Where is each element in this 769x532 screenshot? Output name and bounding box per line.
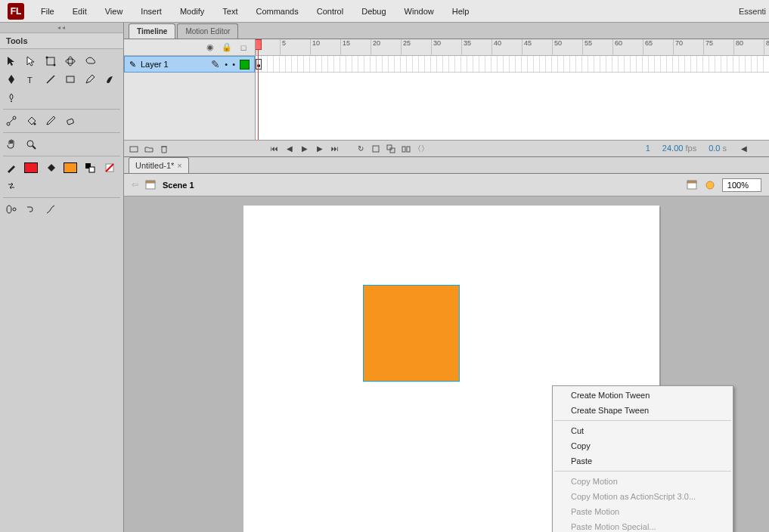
onion-skin-outlines-icon[interactable] [386,144,396,154]
selection-tool[interactable] [2,53,20,70]
zoom-tool[interactable] [22,136,40,153]
tick: 80 [733,39,743,56]
timeline-frames[interactable]: 1 5 10 15 20 25 30 35 40 45 50 55 60 65 [256,39,769,140]
fill-color[interactable] [42,159,60,176]
ctx-copy-motion-as: Copy Motion as ActionScript 3.0... [553,489,733,504]
menu-insert[interactable]: Insert [132,2,171,20]
menu-text[interactable]: Text [213,2,247,20]
swap-colors-icon[interactable] [2,178,20,194]
tools-panel-grip[interactable] [0,23,123,33]
tab-timeline[interactable]: Timeline [129,23,175,39]
document-tab[interactable]: Untitled-1* × [129,157,189,173]
svg-rect-25 [402,147,405,152]
tick: 35 [461,39,471,56]
lock-icon[interactable]: 🔒 [222,42,232,53]
edit-scene-icon[interactable] [686,179,698,191]
time-value[interactable]: 0.0 [709,144,720,153]
layer-pencil-icon: ✎ [129,60,136,70]
tab-motion-editor[interactable]: Motion Editor [177,23,238,39]
tick: 70 [673,39,683,56]
ctx-copy[interactable]: Copy [553,438,733,453]
stage-area[interactable]: Create Motion Tween Create Shape Tween C… [124,196,769,532]
rectangle-tool[interactable] [61,71,79,88]
subselection-tool[interactable] [22,53,40,70]
svg-rect-30 [687,181,696,183]
menu-debug[interactable]: Debug [352,2,395,20]
play-button[interactable]: ▶ [299,144,310,154]
edit-symbol-icon[interactable] [704,179,716,191]
layer-outline-swatch[interactable] [240,60,250,70]
modify-markers-icon[interactable]: 〈〉 [416,144,426,154]
eraser-tool[interactable] [61,113,79,129]
svg-text:T: T [27,76,33,85]
menu-control[interactable]: Control [308,2,352,20]
goto-first-button[interactable]: ⏮ [269,144,280,154]
back-arrow-icon[interactable]: ⇦ [132,180,138,190]
timeline-ruler[interactable]: 1 5 10 15 20 25 30 35 40 45 50 55 60 65 [256,39,769,56]
app-logo: FL [8,3,24,20]
goto-last-button[interactable]: ⏭ [330,144,340,154]
brush-tool[interactable] [101,71,119,88]
pencil-tool[interactable] [81,71,99,88]
close-tab-icon[interactable]: × [177,161,181,170]
menu-edit[interactable]: Edit [64,2,96,20]
outline-icon[interactable]: □ [238,42,249,53]
svg-point-2 [54,64,56,66]
tick: 85 [764,39,769,56]
free-transform-tool[interactable] [42,53,60,70]
line-tool[interactable] [42,71,60,88]
pen-tool[interactable] [2,71,20,88]
ctx-create-motion-tween[interactable]: Create Motion Tween [553,388,733,403]
paint-bucket-tool[interactable] [22,113,40,129]
straighten-icon[interactable] [42,201,60,218]
text-tool[interactable]: T [22,71,40,88]
onion-skin-icon[interactable] [371,144,381,154]
scroll-left-button[interactable]: ◀ [739,144,749,154]
menu-window[interactable]: Window [395,2,443,20]
zoom-level[interactable]: 100% [722,178,761,192]
workspace-switcher[interactable]: Essenti [739,7,769,16]
stroke-swatch[interactable] [22,159,40,176]
new-folder-button[interactable] [144,144,154,154]
step-forward-button[interactable]: ▶ [315,144,325,154]
playhead[interactable] [256,39,262,140]
3d-rotation-tool[interactable] [61,53,79,70]
menu-modify[interactable]: Modify [171,2,213,20]
fill-swatch[interactable] [61,159,79,176]
menu-view[interactable]: View [96,2,132,20]
svg-rect-13 [67,119,74,125]
black-white-swatch[interactable] [81,159,99,176]
snap-to-object-icon[interactable] [2,201,20,218]
visibility-icon[interactable]: ◉ [205,42,216,53]
loop-button[interactable]: ↻ [355,144,366,154]
ctx-create-shape-tween[interactable]: Create Shape Tween [553,403,733,418]
scene-bar: ⇦ Scene 1 100% [124,174,769,196]
menu-commands[interactable]: Commands [247,2,307,20]
menu-file[interactable]: File [32,2,64,20]
edit-multiple-frames-icon[interactable] [401,144,411,154]
ctx-paste[interactable]: Paste [553,453,733,469]
current-frame[interactable]: 1 [646,144,650,154]
eyedropper-tool[interactable] [42,113,60,129]
smooth-icon[interactable] [22,201,40,218]
menu-help[interactable]: Help [443,2,479,20]
scene-icon [144,179,157,191]
hand-tool[interactable] [2,136,20,153]
ctx-paste-motion: Paste Motion [553,504,733,519]
stroke-color[interactable] [2,159,20,176]
svg-rect-22 [373,146,379,152]
ctx-cut[interactable]: Cut [553,423,733,438]
delete-layer-button[interactable] [159,144,169,154]
fps-value[interactable]: 24.00 [662,144,684,153]
bone-tool[interactable] [2,113,20,129]
shape-rectangle[interactable] [363,285,460,382]
new-layer-button[interactable] [129,144,139,154]
step-back-button[interactable]: ◀ [284,144,295,154]
tick: 60 [612,39,622,56]
no-color-icon[interactable] [101,159,119,176]
timeline-layer-row[interactable]: ✎ Layer 1 ✎ • • [124,56,255,73]
frame-grid[interactable] [256,56,769,73]
deco-tool[interactable] [2,89,20,106]
scene-name[interactable]: Scene 1 [163,181,194,190]
lasso-tool[interactable] [81,53,99,70]
